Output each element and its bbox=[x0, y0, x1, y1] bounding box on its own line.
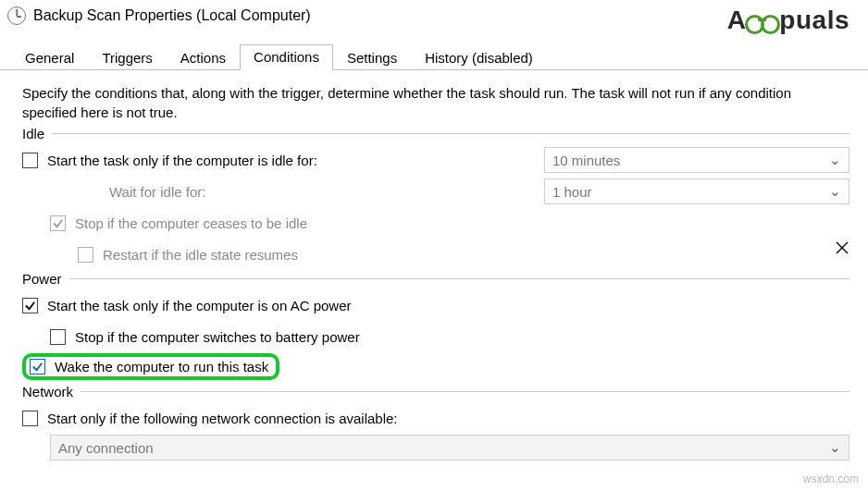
wait-idle-combo[interactable]: 1 hour ⌄ bbox=[544, 178, 849, 204]
divider bbox=[69, 278, 849, 279]
wake-highlight: Wake the computer to run this task bbox=[22, 353, 279, 380]
intro-text: Specify the conditions that, along with … bbox=[22, 83, 849, 122]
power-legend: Power bbox=[22, 271, 62, 287]
idle-legend: Idle bbox=[22, 126, 44, 141]
wait-idle-value: 1 hour bbox=[552, 184, 592, 200]
idle-restart-checkbox[interactable] bbox=[78, 247, 93, 263]
power-group: Power Start the task only if the compute… bbox=[22, 271, 849, 380]
idle-stop-ceases-label: Stop if the computer ceases to be idle bbox=[75, 215, 307, 231]
tab-actions[interactable]: Actions bbox=[167, 45, 240, 70]
wait-idle-label: Wait for idle for: bbox=[22, 184, 205, 200]
tab-general[interactable]: General bbox=[11, 45, 88, 70]
chevron-down-icon: ⌄ bbox=[829, 439, 841, 456]
network-group: Network Start only if the following netw… bbox=[22, 384, 849, 460]
power-wake-checkbox[interactable] bbox=[30, 359, 45, 374]
tab-conditions[interactable]: Conditions bbox=[240, 44, 333, 70]
tab-settings[interactable]: Settings bbox=[333, 45, 411, 70]
clock-icon bbox=[7, 6, 26, 25]
power-ac-checkbox[interactable] bbox=[22, 298, 38, 313]
power-stop-battery-label: Stop if the computer switches to battery… bbox=[75, 329, 360, 345]
power-ac-label: Start the task only if the computer is o… bbox=[47, 298, 352, 313]
idle-start-label: Start the task only if the computer is i… bbox=[47, 153, 317, 168]
network-connection-value: Any connection bbox=[58, 440, 154, 456]
window-title: Backup Scan Properties (Local Computer) bbox=[33, 7, 861, 24]
chevron-down-icon: ⌄ bbox=[829, 183, 841, 200]
tab-triggers[interactable]: Triggers bbox=[88, 45, 166, 70]
power-stop-battery-checkbox[interactable] bbox=[50, 329, 66, 345]
network-legend: Network bbox=[22, 384, 73, 399]
tab-history[interactable]: History (disabled) bbox=[411, 45, 547, 70]
power-wake-label: Wake the computer to run this task bbox=[55, 359, 268, 374]
conditions-panel: Specify the conditions that, along with … bbox=[0, 70, 868, 472]
divider bbox=[81, 391, 849, 392]
idle-duration-combo[interactable]: 10 minutes ⌄ bbox=[544, 147, 849, 173]
tab-strip: General Triggers Actions Conditions Sett… bbox=[0, 43, 868, 70]
idle-start-checkbox[interactable] bbox=[22, 153, 38, 168]
divider bbox=[52, 133, 849, 134]
idle-duration-value: 10 minutes bbox=[552, 153, 620, 168]
network-start-label: Start only if the following network conn… bbox=[47, 411, 398, 426]
idle-group: Idle Start the task only if the computer… bbox=[22, 126, 849, 267]
network-start-checkbox[interactable] bbox=[22, 411, 38, 426]
idle-stop-ceases-checkbox[interactable] bbox=[50, 215, 66, 231]
idle-restart-label: Restart if the idle state resumes bbox=[103, 247, 298, 263]
network-connection-combo[interactable]: Any connection ⌄ bbox=[50, 435, 849, 460]
chevron-down-icon: ⌄ bbox=[829, 152, 841, 168]
title-bar: Backup Scan Properties (Local Computer) bbox=[0, 0, 868, 33]
